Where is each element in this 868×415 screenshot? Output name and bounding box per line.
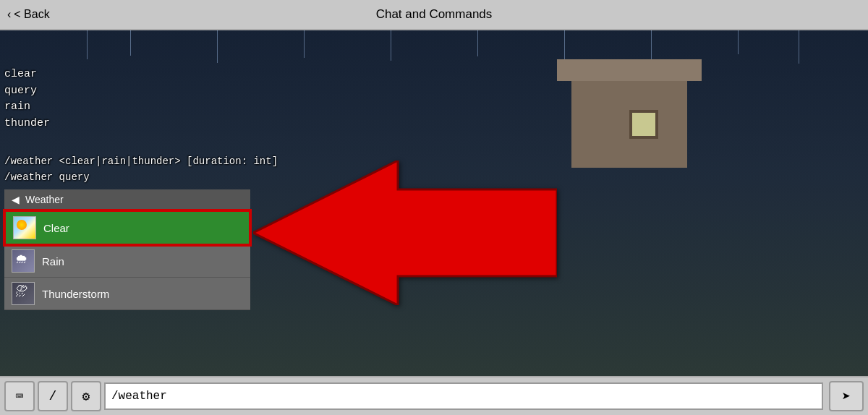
chat-line-clear: clear xyxy=(4,67,50,83)
rain-drop xyxy=(391,30,391,61)
gear-icon: ⚙ xyxy=(82,388,90,404)
send-button[interactable]: ➤ xyxy=(829,381,864,411)
dropdown-item-thunderstorm[interactable]: Thunderstorm xyxy=(4,278,250,310)
clear-label: Clear xyxy=(43,222,69,234)
command-input[interactable] xyxy=(104,382,823,410)
building-roof xyxy=(557,59,702,81)
dropdown-header-label: Weather xyxy=(25,194,64,205)
rain-drop xyxy=(304,30,305,58)
settings-button[interactable]: ⚙ xyxy=(71,381,101,411)
back-label: < Back xyxy=(14,8,49,21)
dropdown-header: ◀ Weather xyxy=(4,189,250,210)
chat-log: clear query rain thunder xyxy=(4,67,50,132)
building-window xyxy=(629,110,658,139)
thunder-weather-icon xyxy=(12,282,35,305)
back-icon: ‹ xyxy=(7,8,11,21)
rain-drop xyxy=(799,30,799,64)
keyboard-icon: ⌨ xyxy=(16,388,24,404)
back-button[interactable]: ‹ < Back xyxy=(7,8,50,21)
chat-line-rain: rain xyxy=(4,99,50,116)
rain-drop xyxy=(87,30,88,59)
syntax-line-1: /weather <clear|rain|thunder> [duration:… xyxy=(4,153,278,169)
rain-drop xyxy=(217,30,218,63)
game-background: clear query rain thunder /weather <clear… xyxy=(0,30,868,376)
dropdown-item-clear[interactable]: Clear xyxy=(4,210,250,245)
page-title: Chat and Commands xyxy=(376,7,493,22)
chat-line-query: query xyxy=(4,83,50,100)
rain-weather-icon xyxy=(12,249,35,273)
send-icon: ➤ xyxy=(842,388,851,406)
chat-line-thunder: thunder xyxy=(4,116,50,132)
syntax-line-2: /weather query xyxy=(4,169,278,185)
rain-label: Rain xyxy=(42,255,64,268)
command-syntax: /weather <clear|rain|thunder> [duration:… xyxy=(4,153,278,186)
keyboard-button[interactable]: ⌨ xyxy=(4,381,35,411)
bottom-toolbar: ⌨ / ⚙ ➤ xyxy=(0,376,868,415)
rain-drop xyxy=(130,30,131,56)
clear-weather-icon xyxy=(13,216,36,239)
dropdown-item-rain[interactable]: Rain xyxy=(4,245,250,278)
dropdown-back-icon: ◀ xyxy=(12,194,20,205)
pen-icon: / xyxy=(49,389,57,403)
rain-drop xyxy=(564,30,565,62)
dropdown-panel: ◀ Weather Clear Rain Thunderstorm xyxy=(4,189,250,310)
rain-drop xyxy=(738,30,739,54)
rain-drop xyxy=(477,30,478,56)
rain-drop xyxy=(651,30,652,59)
top-bar: ‹ < Back Chat and Commands xyxy=(0,0,868,30)
thunderstorm-label: Thunderstorm xyxy=(42,288,109,300)
pen-button[interactable]: / xyxy=(38,381,68,411)
